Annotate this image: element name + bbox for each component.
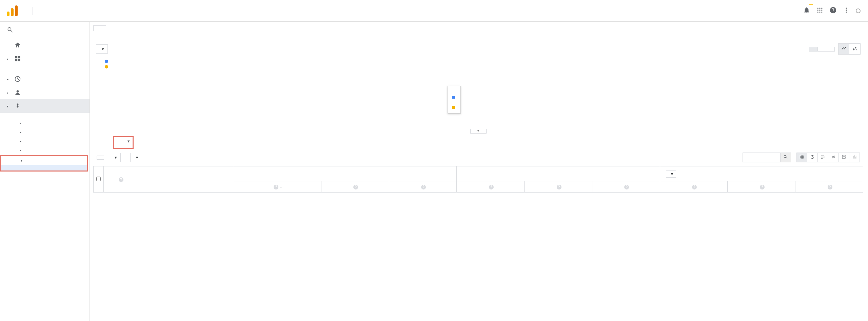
svg-point-6 — [817, 9, 818, 11]
view-compare-icon[interactable] — [828, 153, 839, 162]
motion-chart-icon[interactable] — [849, 44, 860, 54]
sidebar-sub-search-console[interactable]: ▸ — [0, 137, 90, 146]
legend-dot-2021 — [105, 60, 108, 63]
home-icon — [14, 42, 21, 48]
separator — [33, 7, 33, 15]
svg-rect-32 — [821, 158, 823, 159]
analytics-logo-icon — [7, 5, 18, 16]
svg-rect-30 — [821, 156, 824, 156]
legend-dot-2020 — [105, 65, 108, 68]
group-acquisition — [233, 166, 457, 181]
sidebar-sub-all-accesses[interactable]: ▸ — [0, 118, 90, 127]
svg-point-4 — [819, 8, 820, 9]
reports-section-label — [0, 65, 90, 72]
svg-rect-40 — [856, 156, 856, 159]
conversions-dropdown[interactable]: ▾ — [666, 170, 676, 178]
view-cloud-icon[interactable] — [849, 153, 860, 162]
svg-rect-24 — [800, 155, 804, 159]
svg-point-11 — [821, 12, 822, 13]
apps-icon[interactable] — [816, 7, 823, 15]
chevron-down-icon: ▾ — [671, 172, 673, 176]
chart-type-toggle — [838, 43, 861, 55]
svg-rect-18 — [18, 59, 20, 61]
sidebar-item-realtime[interactable]: ▸ — [0, 72, 90, 86]
svg-point-9 — [817, 12, 818, 13]
help-icon[interactable]: ? — [119, 177, 123, 182]
svg-point-10 — [819, 12, 820, 13]
sorting-type-dropdown[interactable]: ▾ — [130, 153, 142, 162]
sidebar-item-target-group[interactable]: ▸ — [0, 86, 90, 99]
svg-rect-31 — [821, 157, 825, 157]
col-ec-conv[interactable]: ? — [660, 181, 728, 193]
tab-explorer[interactable] — [93, 25, 106, 31]
svg-point-3 — [817, 8, 818, 9]
line-chart: ▼ — [97, 72, 860, 134]
select-all-checkbox[interactable] — [96, 177, 101, 181]
dashboard-icon — [14, 55, 21, 62]
svg-point-5 — [821, 8, 822, 9]
sidebar-sub-overview[interactable] — [0, 113, 90, 118]
search-icon — [7, 26, 14, 33]
view-pie-icon[interactable] — [807, 153, 818, 162]
notifications-button[interactable] — [803, 6, 810, 15]
chart-tooltip — [448, 86, 461, 114]
search-input[interactable] — [18, 27, 83, 33]
svg-point-8 — [821, 9, 822, 11]
col-pages-session[interactable]: ? — [525, 181, 592, 193]
more-icon[interactable] — [843, 7, 850, 15]
users-dropdown[interactable]: ▾ — [96, 44, 108, 54]
primary-dimension-row: ▾ — [93, 134, 863, 149]
expand-icon: ▸ — [7, 57, 9, 61]
time-month-button[interactable] — [826, 47, 834, 51]
svg-rect-38 — [854, 155, 854, 158]
sidebar-sub-campaigns[interactable]: ▾ — [1, 156, 87, 165]
svg-point-13 — [846, 9, 847, 11]
clock-icon — [14, 76, 21, 82]
sidebar: ▸ ▸ ▸ ▾ ▸ ▸ ▸ ▸ ▾ — [0, 22, 90, 321]
time-granularity-group — [809, 47, 835, 52]
sidebar-sub-social-networks[interactable]: ▸ — [0, 146, 90, 155]
chart-expand-handle[interactable]: ▼ — [470, 129, 487, 134]
view-pivot-icon[interactable] — [839, 153, 849, 162]
time-week-button[interactable] — [818, 47, 826, 51]
svg-rect-2 — [15, 5, 18, 16]
sidebar-search[interactable] — [0, 22, 90, 38]
view-table-icon[interactable] — [797, 153, 807, 162]
sidebar-item-adaptation[interactable]: ▸ — [0, 52, 90, 65]
sidebar-item-home[interactable] — [0, 38, 90, 52]
table-search-button[interactable] — [780, 153, 791, 162]
help-icon[interactable] — [829, 6, 837, 15]
sidebar-item-acquisition[interactable]: ▾ — [0, 99, 90, 113]
group-conversions: ▾ — [660, 166, 863, 181]
table-search-input[interactable] — [743, 153, 780, 162]
collapse-icon: ▾ — [7, 104, 9, 108]
col-meetings[interactable]: ? — [389, 181, 457, 193]
svg-rect-35 — [845, 155, 845, 156]
table-search[interactable] — [743, 153, 791, 162]
svg-point-14 — [846, 12, 847, 13]
svg-rect-36 — [842, 157, 845, 159]
col-bounce[interactable]: ? — [457, 181, 525, 193]
col-turnover[interactable]: ? — [795, 181, 863, 193]
svg-point-12 — [846, 8, 847, 9]
svg-rect-17 — [15, 59, 18, 61]
time-day-button[interactable] — [809, 47, 818, 51]
sidebar-sub-all-campaigns[interactable] — [1, 165, 87, 170]
col-transactions[interactable]: ? — [728, 181, 795, 193]
svg-rect-0 — [7, 12, 9, 16]
svg-point-21 — [853, 48, 854, 50]
primdim-other[interactable]: ▾ — [127, 139, 130, 146]
col-avg-session[interactable]: ? — [592, 181, 660, 193]
line-chart-icon[interactable] — [839, 44, 849, 54]
group-behave — [457, 166, 660, 181]
sort-arrow-down-icon: ↓ — [280, 184, 282, 189]
col-users[interactable]: ?↓ — [233, 181, 321, 193]
sidebar-sub-google-ads[interactable]: ▸ — [0, 127, 90, 137]
secondary-dimension-dropdown[interactable]: ▾ — [109, 153, 121, 162]
svg-rect-16 — [18, 56, 20, 59]
toolbar-row: ▾ ▾ — [93, 149, 863, 166]
col-new-users[interactable]: ? — [321, 181, 389, 193]
view-bar-icon[interactable] — [818, 153, 828, 162]
acquisition-icon — [14, 103, 21, 109]
svg-rect-39 — [855, 157, 855, 159]
